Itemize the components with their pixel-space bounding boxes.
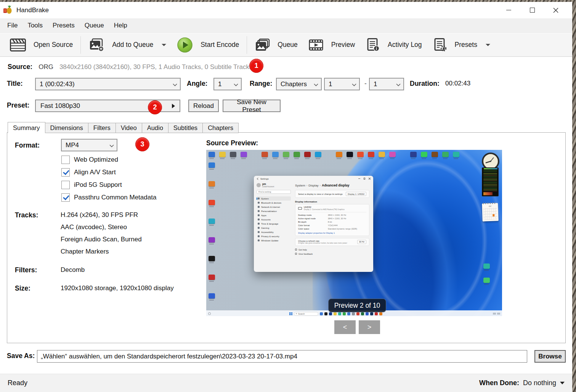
avatar <box>257 183 261 187</box>
menu-tools[interactable]: Tools <box>22 18 48 32</box>
duration-value: 00:02:43 <box>445 80 470 87</box>
icon-gap <box>400 152 406 157</box>
queue-button[interactable]: Queue <box>249 35 303 55</box>
ipod-5g-checkbox[interactable] <box>61 181 70 189</box>
minimize-button[interactable] <box>497 2 520 18</box>
passthru-metadata-checkbox[interactable] <box>61 193 70 202</box>
nav-item-icon <box>258 206 260 208</box>
open-source-button[interactable]: Open Source <box>5 35 78 55</box>
title-select[interactable]: 1 (00:02:43) <box>35 78 181 90</box>
settings-user: pm Local Account <box>257 183 291 188</box>
angle-label: Angle: <box>187 80 207 88</box>
nav-item-icon <box>258 223 260 225</box>
desktop-icons-column <box>209 162 215 299</box>
web-optimized-checkbox[interactable] <box>61 156 70 164</box>
desktop-app-icon <box>432 152 438 157</box>
tab-dimensions[interactable]: Dimensions <box>45 123 88 133</box>
tab-bar: Summary Dimensions Filters Video Audio S… <box>8 122 238 133</box>
calendar-today-highlight <box>493 214 494 217</box>
settings-nav-accounts: Accounts <box>257 217 291 222</box>
tab-audio[interactable]: Audio <box>142 123 168 133</box>
add-to-queue-button[interactable]: Add to Queue <box>83 35 172 55</box>
preview-button[interactable]: Preview <box>303 35 360 55</box>
browse-button[interactable]: Browse <box>534 350 566 363</box>
range-mode-select[interactable]: Chapters <box>276 78 322 90</box>
save-as-input[interactable] <box>37 350 527 363</box>
chevron-down-icon <box>109 145 114 147</box>
window-title: HandBrake <box>16 6 49 14</box>
chevron-down-icon <box>162 44 166 46</box>
settings-content: System›Display›Advanced display Select a… <box>294 182 373 272</box>
desktop-app-icon <box>366 312 369 315</box>
taskbar-icons <box>320 312 382 315</box>
tab-filters[interactable]: Filters <box>88 123 116 133</box>
tab-video[interactable]: Video <box>116 123 142 133</box>
desktop-app-icon <box>357 152 364 157</box>
menu-file[interactable]: File <box>3 18 22 32</box>
reload-button[interactable]: Reload <box>188 100 219 112</box>
activity-log-button[interactable]: Activity Log <box>360 35 427 55</box>
windows-logo-icon <box>289 312 292 315</box>
align-av-start-checkbox[interactable] <box>61 168 70 177</box>
summary-panel: Format: MP4 3 Web Optimized Align A/V St… <box>7 132 566 343</box>
presets-button[interactable]: Presets <box>427 35 496 55</box>
close-icon <box>553 8 558 13</box>
desktop-app-icon <box>262 152 268 157</box>
desktop-app-icon <box>209 218 215 224</box>
chevron-down-icon <box>352 84 356 86</box>
hardware-monitor-widget <box>482 167 499 196</box>
desktop-app-icon <box>347 152 353 157</box>
preview-next-button[interactable]: > <box>359 320 380 334</box>
calendar-widget: Apr <box>482 203 499 221</box>
desktop-app-icon <box>329 312 332 315</box>
maximize-icon <box>364 178 366 180</box>
settings-titlebar: Settings <box>254 176 373 182</box>
filmstrip-icon <box>308 39 324 51</box>
settings-nav-network-internet: Network & internet <box>257 205 291 209</box>
preview-prev-button[interactable]: < <box>334 320 356 334</box>
close-button[interactable] <box>544 2 568 18</box>
nav-item-icon <box>258 198 260 199</box>
align-av-start-checkbox-row: Align A/V Start <box>61 168 116 177</box>
desktop-app-icon <box>379 312 382 315</box>
range-end-select[interactable]: 1 <box>369 78 404 90</box>
title-label: Title: <box>7 80 23 88</box>
start-encode-button[interactable]: Start Encode <box>172 35 244 55</box>
tab-chapters[interactable]: Chapters <box>202 123 239 133</box>
display-adapter-link: Display adapter properties for Display 1 <box>298 232 366 234</box>
chevron-down-icon <box>314 84 318 86</box>
settings-sidebar: pm Local Account Find a setting SystemBl… <box>254 182 294 272</box>
ipod-5g-checkbox-row: iPod 5G Support <box>61 181 122 189</box>
icon-gap <box>251 152 257 157</box>
nav-item-icon <box>258 231 260 233</box>
settings-nav-gaming: Gaming <box>257 226 291 230</box>
menu-presets[interactable]: Presets <box>48 18 80 32</box>
nav-item-icon <box>258 239 260 241</box>
preset-row: Preset: Fast 1080p30 Reload Save New Pre… <box>7 100 563 112</box>
desktop-app-icon <box>379 152 385 157</box>
menu-queue[interactable]: Queue <box>80 18 109 32</box>
help-icon <box>295 249 297 251</box>
settings-nav-time-language: Time & language <box>257 222 291 226</box>
nav-item-icon <box>258 202 260 204</box>
desktop-app-icon <box>209 237 215 243</box>
title-bar: HandBrake <box>0 2 572 18</box>
desktop-app-icon <box>361 312 364 315</box>
when-done-dropdown[interactable]: When Done: Do nothing <box>479 379 565 387</box>
settings-breadcrumb: System›Display›Advanced display <box>295 183 369 187</box>
display-information-heading: Display information <box>295 200 369 203</box>
desktop-app-icon <box>389 152 396 157</box>
format-select[interactable]: MP4 <box>61 139 117 151</box>
save-new-preset-button[interactable]: Save New Preset <box>223 100 281 112</box>
desktop-app-icon <box>375 312 378 315</box>
menu-help[interactable]: Help <box>109 18 132 32</box>
range-start-select[interactable]: 1 <box>324 78 360 90</box>
maximize-button[interactable] <box>520 2 544 18</box>
desktop-app-icon <box>230 152 236 157</box>
tab-subtitles[interactable]: Subtitles <box>168 123 203 133</box>
tab-summary[interactable]: Summary <box>8 122 45 133</box>
desktop-app-icon <box>334 312 337 315</box>
track-line: Chapter Markers <box>61 248 109 255</box>
angle-select[interactable]: 1 <box>213 78 242 90</box>
title-row: Title: 1 (00:02:43) Angle: 1 Range: Chap… <box>7 78 563 91</box>
